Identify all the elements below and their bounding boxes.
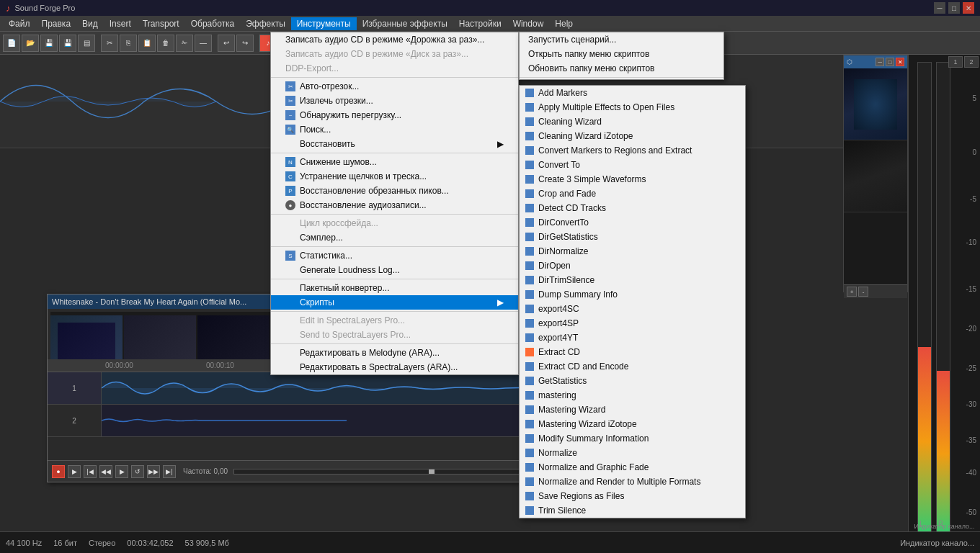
menu-noise-reduction[interactable]: N Снижение шумов...: [271, 155, 518, 169]
track-next[interactable]: ▶|: [163, 465, 176, 478]
script-dir-trim[interactable]: DirTrimSilence: [520, 273, 745, 287]
menu-click-removal[interactable]: C Устранение щелчков и треска...: [271, 169, 518, 184]
menu-melodyne[interactable]: Редактировать в Melodyne (ARA)...: [271, 346, 518, 360]
menu-transport[interactable]: Transport: [137, 17, 185, 30]
script-get-statistics[interactable]: GetStatistics: [520, 374, 745, 388]
script-trim-silence[interactable]: Trim Silence: [520, 503, 745, 518]
track-fwd[interactable]: ▶▶: [147, 465, 160, 478]
script-mastering-wizard-iz[interactable]: Mastering Wizard iZotope: [520, 417, 745, 431]
thumb-add[interactable]: +: [847, 287, 857, 297]
menu-loudness[interactable]: Generate Loudness Log...: [271, 263, 518, 277]
menu-effects[interactable]: Эффекты: [240, 17, 291, 30]
script-normalize[interactable]: Normalize: [520, 446, 745, 460]
noise-label: Снижение шумов...: [300, 157, 377, 167]
maximize-button[interactable]: □: [948, 2, 960, 14]
tb-cut[interactable]: ✂: [101, 35, 118, 52]
script-mastering[interactable]: mastering: [520, 388, 745, 403]
script-detect-cd[interactable]: Detect CD Tracks: [520, 201, 745, 215]
script-dump-summary[interactable]: Dump Summary Info: [520, 287, 745, 302]
menu-restore[interactable]: Восстановить ▶: [271, 137, 518, 151]
tb-delete[interactable]: 🗑: [157, 35, 174, 52]
menu-window[interactable]: Window: [507, 17, 550, 30]
script-save-regions[interactable]: Save Regions as Files: [520, 489, 745, 503]
script-extract-encode[interactable]: Extract CD and Encode: [520, 359, 745, 374]
minimize-button[interactable]: ─: [934, 2, 945, 14]
open-scripts-folder-entry[interactable]: Открыть папку меню скриптов: [520, 47, 723, 61]
track-prev[interactable]: |◀: [84, 465, 97, 478]
script-apply-effects[interactable]: Apply Multiple Effects to Open Files: [520, 100, 745, 114]
menu-view[interactable]: Вид: [76, 17, 104, 30]
menu-insert[interactable]: Insert: [104, 17, 137, 30]
tb-save[interactable]: 💾: [40, 35, 58, 52]
menu-edit-spectra[interactable]: Edit in SpectraLayers Pro...: [271, 313, 518, 328]
tb-open[interactable]: 📂: [22, 35, 39, 52]
script-export4yt[interactable]: export4YT: [520, 331, 745, 345]
script-export4sp[interactable]: export4SP: [520, 316, 745, 331]
script-modify-summary[interactable]: Modify Summary Information: [520, 431, 745, 446]
track-play2[interactable]: ▶: [115, 465, 128, 478]
menu-tools[interactable]: Инструменты: [291, 17, 357, 30]
tb-new[interactable]: 📄: [3, 35, 20, 52]
script-crop-fade[interactable]: Crop and Fade: [520, 186, 745, 201]
menu-auto-trim[interactable]: ✂ Авто-отрезок...: [271, 79, 518, 94]
menu-record-cd[interactable]: Записать аудио CD в режиме «Дорожка за р…: [271, 32, 518, 47]
menu-batch[interactable]: Пакетный конвертер...: [271, 281, 518, 295]
script-mastering-wizard[interactable]: Mastering Wizard: [520, 403, 745, 417]
menu-scripts[interactable]: Скрипты ▶: [271, 295, 518, 310]
tb-trim[interactable]: ✁: [176, 35, 193, 52]
track-play[interactable]: ▶: [68, 465, 81, 478]
menu-statistics[interactable]: S Статистика...: [271, 248, 518, 263]
menu-send-spectra[interactable]: Send to SpectraLayers Pro...: [271, 328, 518, 342]
menu-ddp-export[interactable]: DDP-Export...: [271, 61, 518, 76]
menu-settings[interactable]: Настройки: [453, 17, 507, 30]
script-cleaning-wizard-iz[interactable]: Cleaning Wizard iZotope: [520, 129, 745, 143]
run-script-entry[interactable]: Запустить сценарий...: [520, 32, 723, 47]
meter-tab-1[interactable]: 1: [948, 56, 963, 68]
menu-search[interactable]: 🔍 Поиск...: [271, 122, 518, 137]
thumb-close[interactable]: ✕: [896, 58, 904, 66]
tb-save-as[interactable]: 💾: [59, 35, 76, 52]
script-normalize-graphic[interactable]: Normalize and Graphic Fade: [520, 460, 745, 475]
script-export4sc[interactable]: export4SC: [520, 302, 745, 316]
menu-extract-trim[interactable]: ✂ Извлечь отрезки...: [271, 94, 518, 108]
menu-crossfade[interactable]: Цикл кроссфейда...: [271, 216, 518, 230]
track-loop[interactable]: ↺: [131, 465, 144, 478]
script-add-markers[interactable]: Add Markers: [520, 86, 745, 100]
menu-favorites[interactable]: Избранные эффекты: [357, 17, 453, 30]
tb-btn5[interactable]: ▤: [78, 35, 95, 52]
close-button[interactable]: ✕: [963, 2, 974, 14]
script-dir-normalize[interactable]: DirNormalize: [520, 244, 745, 258]
script-dir-convert[interactable]: DirConvertTo: [520, 215, 745, 230]
tb-redo[interactable]: ↪: [236, 35, 254, 52]
tb-undo[interactable]: ↩: [218, 35, 235, 52]
menu-detect-clipping[interactable]: ~ Обнаружить перегрузку...: [271, 108, 518, 122]
tb-paste[interactable]: 📋: [138, 35, 156, 52]
script-create-waveforms[interactable]: Create 3 Simple Waveforms: [520, 172, 745, 186]
add-markers-label: Add Markers: [538, 88, 587, 98]
menu-sampler[interactable]: Сэмплер...: [271, 230, 518, 245]
tb-copy[interactable]: ⎘: [120, 35, 137, 52]
track-rwd[interactable]: ◀◀: [99, 465, 112, 478]
script-dir-open[interactable]: DirOpen: [520, 258, 745, 273]
script-cleaning-wizard[interactable]: Cleaning Wizard: [520, 114, 745, 129]
menu-process[interactable]: Обработка: [185, 17, 241, 30]
script-convert-to[interactable]: Convert To: [520, 158, 745, 172]
script-convert-markers[interactable]: Convert Markers to Regions and Extract: [520, 143, 745, 158]
menu-file[interactable]: Файл: [3, 17, 36, 30]
menu-help[interactable]: Help: [549, 17, 579, 30]
menu-restore-audio[interactable]: ● Восстановление аудиозаписи...: [271, 198, 518, 212]
thumb-restore[interactable]: □: [886, 58, 894, 66]
script-normalize-render[interactable]: Normalize and Render to Multiple Formats: [520, 475, 745, 489]
menu-record-disc[interactable]: Записать аудио CD в режиме «Диск за раз»…: [271, 47, 518, 61]
script-extract-cd[interactable]: Extract CD: [520, 345, 745, 359]
meter-tab-2[interactable]: 2: [964, 56, 979, 68]
menu-clipped-peaks[interactable]: P Восстановление обрезанных пиков...: [271, 184, 518, 198]
thumb-minimize[interactable]: ─: [876, 58, 884, 66]
track-record[interactable]: ●: [52, 465, 65, 478]
thumb-sub[interactable]: -: [858, 287, 868, 297]
menu-edit[interactable]: Правка: [36, 17, 77, 30]
tb-silence[interactable]: —: [195, 35, 212, 52]
menu-spectra-ara[interactable]: Редактировать в SpectraLayers (ARA)...: [271, 360, 518, 374]
script-dir-stats[interactable]: DirGetStatistics: [520, 230, 745, 244]
update-scripts-folder-entry[interactable]: Обновить папку меню скриптов: [520, 61, 723, 76]
